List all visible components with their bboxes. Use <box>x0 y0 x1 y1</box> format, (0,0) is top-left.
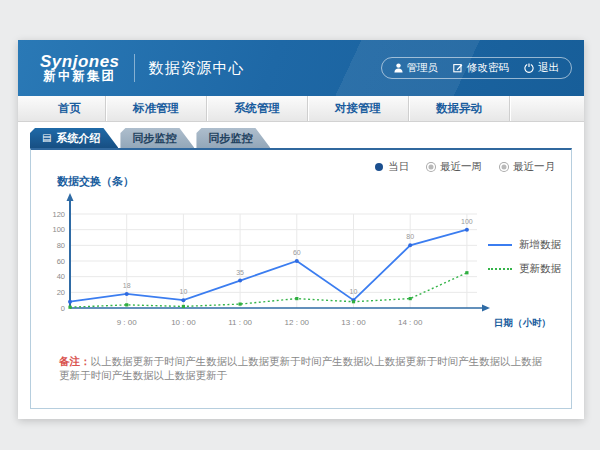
remark-note: 备注：以上数据更新于时间产生数据以上数据更新于时间产生数据以上数据更新于时间产生… <box>59 355 571 383</box>
tab-bar: ▤ 系统介绍 同步监控 同步监控 <box>30 128 584 148</box>
nav-item-system-mgmt[interactable]: 系统管理 <box>207 96 308 121</box>
app-header: Synjones 新中新集团 数据资源中心 管理员 修改密码 退出 <box>18 40 584 96</box>
current-user-label: 管理员 <box>407 61 439 75</box>
tab-label: 同步监控 <box>132 131 176 146</box>
tab-system-intro[interactable]: ▤ 系统介绍 <box>30 128 118 148</box>
app-window: Synjones 新中新集团 数据资源中心 管理员 修改密码 退出 首页 标准管… <box>18 40 584 419</box>
legend-item-updated-data[interactable]: 更新数据 <box>488 262 561 276</box>
period-option-label: 当日 <box>388 160 409 174</box>
tab-sync-monitor-1[interactable]: 同步监控 <box>120 128 194 148</box>
brand-name-cn: 新中新集团 <box>40 70 120 83</box>
svg-text:10 : 00: 10 : 00 <box>171 318 196 327</box>
main-nav: 首页 标准管理 系统管理 对接管理 数据异动 <box>18 96 584 122</box>
svg-text:12 : 00: 12 : 00 <box>285 318 310 327</box>
period-option-label: 最近一周 <box>440 160 482 174</box>
user-toolbar: 管理员 修改密码 退出 <box>381 57 573 79</box>
legend-swatch-0 <box>488 244 512 246</box>
logout-button[interactable]: 退出 <box>524 61 559 75</box>
remark-label: 备注： <box>59 355 91 367</box>
period-filter: 当日 最近一周 最近一月 <box>375 160 555 174</box>
chart-panel: 当日 最近一周 最近一月 数据交换（条） 0204060801001201810… <box>30 148 572 409</box>
svg-text:20: 20 <box>57 288 65 297</box>
nav-item-data-change[interactable]: 数据异动 <box>409 96 510 121</box>
header-divider <box>134 54 135 82</box>
svg-text:120: 120 <box>52 210 65 219</box>
svg-text:18: 18 <box>123 282 131 289</box>
tab-label: 同步监控 <box>208 131 252 146</box>
power-icon <box>524 63 534 73</box>
radio-icon <box>500 163 508 171</box>
nav-item-home[interactable]: 首页 <box>34 96 106 121</box>
legend-swatch-1 <box>488 268 512 270</box>
logout-label: 退出 <box>538 61 559 75</box>
svg-text:10: 10 <box>180 288 188 295</box>
remark-text: 以上数据更新于时间产生数据以上数据更新于时间产生数据以上数据更新于时间产生数据以… <box>59 355 542 381</box>
legend-label: 更新数据 <box>519 262 561 276</box>
svg-text:日期（小时）: 日期（小时） <box>494 317 551 329</box>
nav-item-standard-mgmt[interactable]: 标准管理 <box>106 96 207 121</box>
svg-text:60: 60 <box>293 249 301 256</box>
svg-text:60: 60 <box>57 257 65 266</box>
period-option-0[interactable]: 当日 <box>375 160 409 174</box>
legend-item-new-data[interactable]: 新增数据 <box>488 238 561 252</box>
svg-text:10: 10 <box>350 288 358 295</box>
y-axis-title: 数据交换（条） <box>57 174 571 189</box>
period-option-2[interactable]: 最近一月 <box>500 160 555 174</box>
svg-text:100: 100 <box>461 218 473 225</box>
change-password-label: 修改密码 <box>467 61 509 75</box>
nav-item-interface-mgmt[interactable]: 对接管理 <box>308 96 409 121</box>
svg-text:9 : 00: 9 : 00 <box>117 318 138 327</box>
svg-text:11 : 00: 11 : 00 <box>228 318 252 327</box>
svg-text:0: 0 <box>61 304 65 313</box>
change-password-button[interactable]: 修改密码 <box>453 61 509 75</box>
radio-icon <box>427 163 435 171</box>
svg-text:40: 40 <box>57 272 65 281</box>
grid-icon: ▤ <box>42 133 51 143</box>
period-option-label: 最近一月 <box>513 160 555 174</box>
brand-logo: Synjones 新中新集团 <box>40 53 120 84</box>
legend-label: 新增数据 <box>519 238 561 252</box>
tab-label: 系统介绍 <box>56 131 100 146</box>
svg-text:13 : 00: 13 : 00 <box>341 318 366 327</box>
tab-sync-monitor-2[interactable]: 同步监控 <box>196 128 270 148</box>
period-option-1[interactable]: 最近一周 <box>427 160 482 174</box>
svg-text:35: 35 <box>236 269 244 276</box>
chart-legend: 新增数据 更新数据 <box>488 238 561 276</box>
edit-icon <box>453 63 463 73</box>
brand-name-en: Synjones <box>40 53 120 71</box>
svg-text:80: 80 <box>406 233 414 240</box>
page-title: 数据资源中心 <box>149 59 245 78</box>
current-user-button[interactable]: 管理员 <box>394 61 439 75</box>
user-icon <box>394 63 403 73</box>
svg-text:100: 100 <box>52 225 65 234</box>
radio-icon <box>375 163 383 171</box>
svg-text:14 : 00: 14 : 00 <box>398 318 423 327</box>
svg-text:80: 80 <box>57 241 65 250</box>
